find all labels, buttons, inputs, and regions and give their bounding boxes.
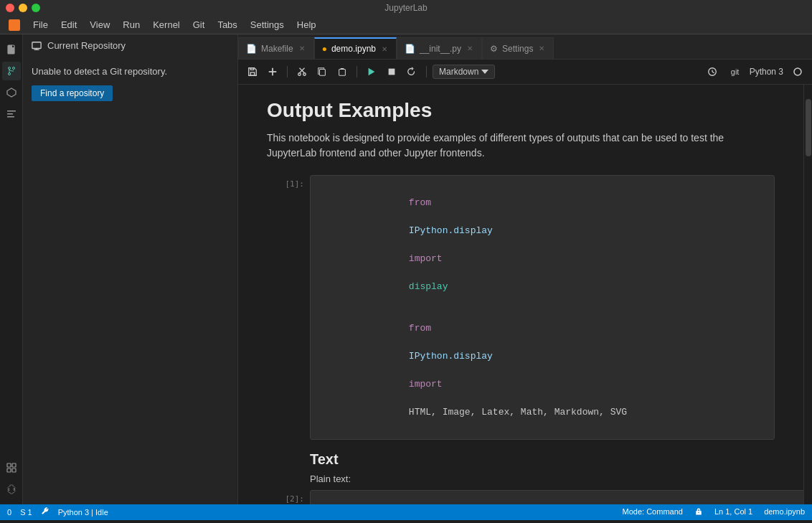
close-button[interactable] xyxy=(6,4,14,12)
svg-rect-27 xyxy=(339,70,346,76)
sidebar-header: Current Repository xyxy=(23,34,237,57)
cell-type-label: Markdown xyxy=(439,67,478,77)
menu-help[interactable]: Help xyxy=(291,18,322,32)
git-warning-text: Unable to detect a Git repository. xyxy=(32,65,229,78)
code-line-1: from IPython.display import display xyxy=(319,182,765,308)
kernel-status-indicator[interactable] xyxy=(789,63,806,80)
scrollbar-thumb[interactable] xyxy=(806,99,811,156)
code-block-2[interactable]: text = "Lorem Ipsum is simply dummy text… xyxy=(310,490,803,504)
menu-kernel[interactable]: Kernel xyxy=(147,18,186,32)
scrollbar-track[interactable] xyxy=(803,85,812,504)
cut-button[interactable] xyxy=(293,63,311,80)
extensions-icon[interactable] xyxy=(2,83,21,102)
init-tab-label: __init__.py xyxy=(420,44,461,54)
restart-button[interactable] xyxy=(403,63,420,80)
svg-point-33 xyxy=(794,68,801,75)
toolbar-separator-3 xyxy=(426,66,427,77)
code-cell-2: [2]: text = "Lorem Ipsum is simply dummy… xyxy=(267,490,775,504)
sidebar-title: Current Repository xyxy=(47,40,126,51)
svg-rect-13 xyxy=(7,468,11,472)
toolbar-separator-2 xyxy=(357,66,357,77)
keyword-import-2: import xyxy=(409,379,443,390)
svg-rect-26 xyxy=(320,70,326,76)
tab-makefile[interactable]: 📄 Makefile ✕ xyxy=(238,37,314,59)
toolbar-right-section: git Python 3 xyxy=(704,63,806,80)
files-icon[interactable] xyxy=(2,40,21,59)
lock-icon xyxy=(694,507,703,516)
stop-button[interactable] xyxy=(383,63,400,80)
paste-button[interactable] xyxy=(334,63,351,80)
menu-edit[interactable]: Edit xyxy=(55,18,82,32)
notebook-content: Output Examples This notebook is designe… xyxy=(238,85,803,504)
svg-point-5 xyxy=(12,67,14,70)
demo-tab-label: demo.ipynb xyxy=(331,44,376,54)
cell-type-dropdown[interactable]: Markdown xyxy=(433,65,495,79)
svg-rect-14 xyxy=(12,468,16,472)
init-tab-close[interactable]: ✕ xyxy=(466,44,474,53)
cell-2-content: text = "Lorem Ipsum is simply dummy text… xyxy=(310,490,803,504)
status-kernel-info: Python 3 | Idle xyxy=(58,508,108,517)
notebook-area[interactable]: Output Examples This notebook is designe… xyxy=(238,85,803,504)
menu-file[interactable]: File xyxy=(27,18,54,32)
tab-demo-ipynb[interactable]: ● demo.ipynb ✕ xyxy=(314,37,397,59)
circle-icon xyxy=(793,67,802,76)
cell-counter-2: [2]: xyxy=(267,490,310,504)
add-cell-button[interactable] xyxy=(264,63,281,80)
menu-view[interactable]: View xyxy=(84,18,115,32)
svg-marker-28 xyxy=(369,68,375,76)
notebook-wrapper: Output Examples This notebook is designe… xyxy=(238,85,812,504)
demo-tab-icon: ● xyxy=(322,44,327,54)
sidebar-panel: Current Repository Unable to detect a Gi… xyxy=(23,34,238,504)
cell-counter-1: [1]: xyxy=(267,175,310,440)
git-toolbar-icon[interactable]: git xyxy=(727,63,744,80)
plain-text-label: Plain text: xyxy=(310,473,351,484)
extension-manager-icon[interactable] xyxy=(2,480,21,499)
menu-git[interactable]: Git xyxy=(187,18,211,32)
code-block-1[interactable]: from IPython.display import display from xyxy=(310,175,775,440)
keyword-import-1: import xyxy=(409,253,443,264)
property-inspector-icon[interactable] xyxy=(2,458,21,477)
svg-rect-15 xyxy=(32,42,41,48)
commands-icon[interactable] xyxy=(2,105,21,123)
run-button[interactable] xyxy=(363,63,380,80)
tab-init-py[interactable]: 📄 __init__.py ✕ xyxy=(397,37,482,59)
minimize-button[interactable] xyxy=(19,4,27,12)
find-repository-button[interactable]: Find a repository xyxy=(32,85,113,101)
code-line-2: from IPython.display import HTML, Image,… xyxy=(319,308,765,434)
svg-point-24 xyxy=(298,73,301,76)
status-item-1: S 1 xyxy=(20,508,32,517)
maximize-button[interactable] xyxy=(32,4,40,12)
cell2-code-line: text = "Lorem Ipsum is simply dummy text… xyxy=(319,496,803,504)
activity-bar xyxy=(0,34,23,504)
git-icon[interactable] xyxy=(2,62,21,80)
tab-settings[interactable]: ⚙ Settings ✕ xyxy=(482,37,554,59)
app-logo[interactable] xyxy=(3,18,26,32)
svg-rect-19 xyxy=(250,68,253,70)
main-layout: Current Repository Unable to detect a Gi… xyxy=(0,34,812,504)
svg-line-32 xyxy=(712,72,714,73)
right-panel: 📄 Makefile ✕ ● demo.ipynb ✕ 📄 __init__.p… xyxy=(238,34,812,504)
window-controls[interactable] xyxy=(6,4,40,12)
menu-settings[interactable]: Settings xyxy=(245,18,290,32)
svg-rect-11 xyxy=(7,463,11,467)
copy-button[interactable] xyxy=(313,63,331,80)
makefile-tab-icon: 📄 xyxy=(246,44,257,54)
svg-rect-10 xyxy=(7,116,14,118)
save-button[interactable] xyxy=(244,63,261,80)
menu-run[interactable]: Run xyxy=(117,18,146,32)
wrench-icon xyxy=(41,507,49,516)
title-bar: JupyterLab xyxy=(0,0,812,16)
func-display: display xyxy=(409,281,448,292)
demo-tab-close[interactable]: ✕ xyxy=(380,44,389,54)
status-item-tools[interactable] xyxy=(41,507,49,517)
security-icon xyxy=(694,507,703,517)
tabs-container: 📄 Makefile ✕ ● demo.ipynb ✕ 📄 __init__.p… xyxy=(238,34,812,60)
makefile-tab-close[interactable]: ✕ xyxy=(298,44,306,53)
app-title: JupyterLab xyxy=(384,3,427,13)
menu-tabs[interactable]: Tabs xyxy=(212,18,242,32)
chevron-down-icon xyxy=(481,70,488,74)
svg-rect-12 xyxy=(12,463,16,467)
jupyter-logo xyxy=(9,19,20,31)
settings-tab-close[interactable]: ✕ xyxy=(537,44,546,53)
clock-button[interactable] xyxy=(704,63,721,80)
